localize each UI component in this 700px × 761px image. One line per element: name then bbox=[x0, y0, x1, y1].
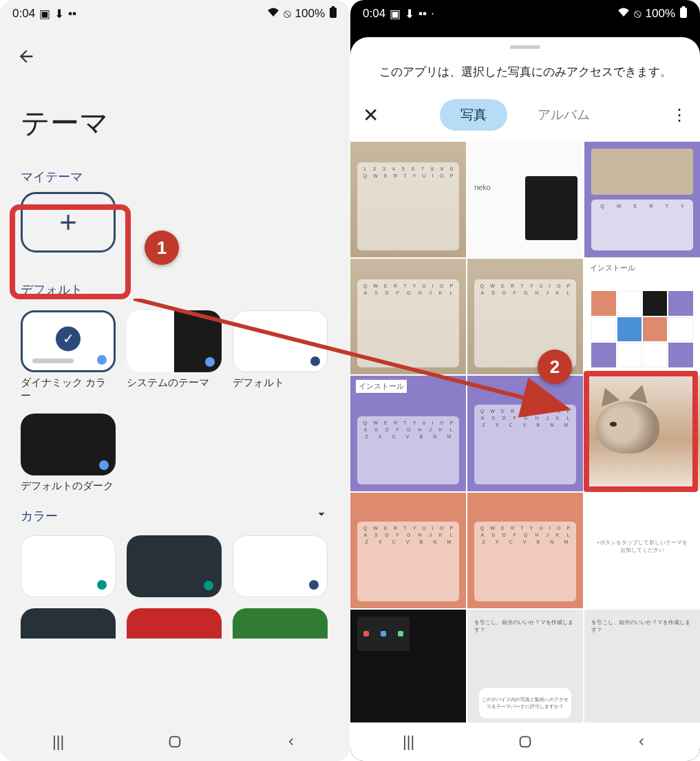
theme-dynamic-color[interactable]: ✓ bbox=[21, 310, 116, 372]
section-color: カラー bbox=[21, 508, 58, 524]
theme-default[interactable] bbox=[233, 310, 328, 372]
photo-thumbnail[interactable]: インストール bbox=[584, 259, 700, 374]
svg-rect-3 bbox=[680, 8, 687, 18]
photo-thumbnail[interactable]: インストール QWERTYUIOPASDFGHJKLZXCVBNM bbox=[350, 376, 466, 491]
nav-home-icon[interactable] bbox=[516, 732, 535, 751]
block-icon: ⦸ bbox=[634, 7, 641, 21]
status-widgets-icon: ▪▪ bbox=[418, 7, 427, 21]
photo-grid: 1234567890QWERTYUIOP neko QWERTY QWERTYU… bbox=[350, 142, 700, 722]
photo-thumbnail[interactable]: QWERTYUIOPASDFGHJKLZXCVBNM bbox=[467, 376, 583, 491]
install-label: インストール bbox=[356, 380, 407, 393]
svg-rect-5 bbox=[520, 737, 531, 747]
battery-icon bbox=[679, 6, 688, 22]
photo-thumbnail[interactable]: QWERTYUIOPASDFGHJKL bbox=[467, 259, 583, 374]
nav-recent-icon[interactable]: ||| bbox=[399, 732, 418, 751]
add-theme-button[interactable]: + bbox=[21, 192, 116, 253]
theme-label: システムのテーマ bbox=[127, 372, 222, 389]
wifi-icon bbox=[617, 7, 630, 21]
svg-rect-4 bbox=[682, 6, 685, 8]
tab-albums[interactable]: アルバム bbox=[517, 99, 611, 131]
install-label: インストール bbox=[590, 263, 635, 273]
permission-text: このアプリは、選択した写真にのみアクセスできます。 bbox=[350, 53, 700, 95]
color-theme-red[interactable] bbox=[127, 608, 222, 639]
photo-thumbnail-cat[interactable] bbox=[584, 376, 700, 491]
battery-icon bbox=[329, 6, 337, 22]
wifi-icon bbox=[267, 7, 279, 21]
svg-rect-0 bbox=[330, 8, 337, 18]
status-bar: 0:04 ▣ ⬇ ▪▪ ⦸ 100% bbox=[0, 0, 350, 28]
photo-thumbnail[interactable]: QWERTYUIOPASDFGHJKL bbox=[350, 259, 466, 374]
color-theme-white-teal[interactable] bbox=[21, 535, 116, 597]
photo-thumbnail[interactable]: を引こし、自分のいいか？マを作成します？ bbox=[584, 610, 700, 722]
color-theme-white-blue[interactable] bbox=[233, 535, 328, 597]
status-download-icon: ⬇ bbox=[54, 7, 64, 21]
color-theme-darkslate[interactable] bbox=[127, 535, 222, 597]
svg-rect-1 bbox=[332, 6, 335, 8]
back-arrow-icon[interactable] bbox=[17, 49, 36, 70]
svg-rect-2 bbox=[170, 737, 180, 747]
more-icon[interactable]: ⋮ bbox=[671, 105, 688, 125]
photo-thumbnail[interactable]: QWERTY bbox=[584, 142, 700, 257]
photo-thumbnail[interactable]: +ボタンをタップして新しいテーマを追加してください bbox=[584, 493, 700, 608]
plus-icon: + bbox=[59, 205, 77, 239]
status-download-icon: ⬇ bbox=[405, 7, 414, 21]
nav-back-icon[interactable] bbox=[632, 732, 651, 751]
battery-text: 100% bbox=[295, 7, 325, 21]
status-bar: 0:04 ▣ ⬇ ▪▪ · ⦸ 100% bbox=[350, 0, 700, 28]
status-image-icon: ▣ bbox=[39, 7, 50, 21]
theme-label: デフォルト bbox=[233, 372, 328, 389]
phone-themes-screen: 0:04 ▣ ⬇ ▪▪ ⦸ 100% テーマ マイテーマ bbox=[0, 0, 350, 761]
photo-thumbnail[interactable]: QWERTYUIOPASDFGHJKLZXCVBNM bbox=[350, 493, 466, 608]
photo-thumbnail[interactable]: を引こし、自分のいいか？マを作成します？ このデバイス内の写真と動画へのアクセス… bbox=[467, 610, 583, 722]
nav-bar: ||| bbox=[350, 722, 700, 761]
neko-label: neko bbox=[474, 183, 491, 191]
nav-back-icon[interactable] bbox=[282, 732, 301, 751]
status-widgets-icon: ▪▪ bbox=[68, 7, 76, 21]
block-icon: ⦸ bbox=[284, 7, 291, 21]
nav-bar: ||| bbox=[0, 722, 350, 761]
battery-text: 100% bbox=[646, 7, 675, 21]
theme-label: ダイナミック カラー bbox=[21, 372, 116, 403]
photo-thumbnail[interactable]: 1234567890QWERTYUIOP bbox=[350, 142, 466, 257]
status-time: 0:04 bbox=[363, 7, 385, 21]
photo-thumbnail[interactable] bbox=[350, 610, 466, 722]
drag-handle[interactable] bbox=[510, 45, 540, 49]
check-icon: ✓ bbox=[56, 326, 81, 351]
close-icon[interactable]: ✕ bbox=[363, 104, 379, 127]
photo-thumbnail[interactable]: neko bbox=[467, 142, 583, 257]
tab-photos[interactable]: 写真 bbox=[440, 99, 507, 131]
color-theme-green[interactable] bbox=[233, 608, 328, 639]
phone-photo-picker-screen: 0:04 ▣ ⬇ ▪▪ · ⦸ 100% このアプリは、選択した写真にのみアクセ… bbox=[350, 0, 700, 761]
status-image-icon: ▣ bbox=[390, 7, 401, 21]
status-time: 0:04 bbox=[12, 7, 35, 21]
nav-recent-icon[interactable]: ||| bbox=[49, 732, 68, 751]
photo-thumbnail[interactable]: QWERTYUIOPASDFGHJKLZXCVBNM bbox=[467, 493, 583, 608]
theme-system[interactable] bbox=[127, 310, 222, 372]
color-theme-partial-1[interactable] bbox=[21, 608, 116, 639]
section-default: デフォルト bbox=[0, 258, 350, 305]
nav-home-icon[interactable] bbox=[165, 732, 184, 751]
chevron-down-icon[interactable] bbox=[314, 506, 329, 526]
section-my-themes: マイテーマ bbox=[0, 163, 350, 192]
theme-default-dark[interactable] bbox=[21, 414, 116, 475]
page-title: テーマ bbox=[0, 78, 350, 163]
theme-label: デフォルトのダーク bbox=[21, 475, 116, 493]
